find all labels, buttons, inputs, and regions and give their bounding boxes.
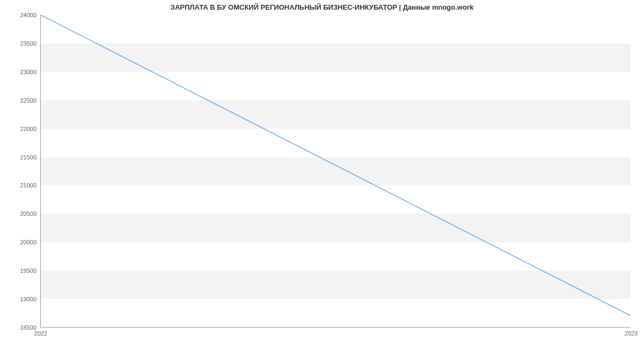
y-tick-label: 24000	[20, 12, 36, 18]
chart-title: ЗАРПЛАТА В БУ ОМСКИЙ РЕГИОНАЛЬНЫЙ БИЗНЕС…	[0, 3, 644, 11]
y-tick-label: 19500	[20, 267, 36, 274]
y-tick-label: 21500	[20, 154, 36, 161]
chart-container: ЗАРПЛАТА В БУ ОМСКИЙ РЕГИОНАЛЬНЫЙ БИЗНЕС…	[0, 0, 644, 349]
line-series	[41, 15, 631, 327]
y-tick-label: 22500	[20, 97, 36, 104]
y-tick-label: 23500	[20, 40, 36, 47]
plot-area: 1850019000195002000020500210002150022000…	[40, 15, 631, 328]
x-tick-label: 2023	[625, 330, 638, 337]
y-tick-label: 20500	[20, 210, 36, 217]
y-tick-label: 19000	[20, 296, 36, 302]
y-tick-label: 22000	[20, 126, 36, 132]
y-tick-label: 20000	[20, 239, 36, 245]
y-tick-label: 23000	[20, 69, 36, 75]
y-tick-label: 21000	[20, 182, 36, 188]
x-tick-label: 2022	[34, 330, 47, 337]
